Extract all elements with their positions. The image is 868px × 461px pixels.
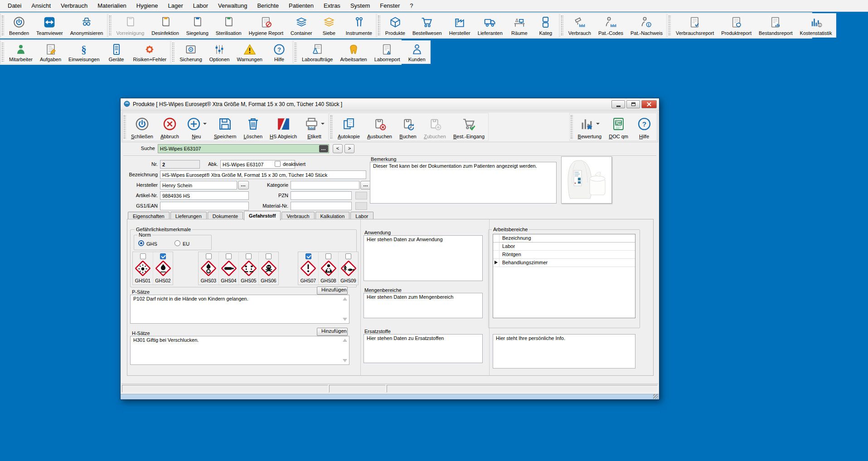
table-row-labor[interactable]: Labor [493, 243, 635, 251]
dropdown-caret-icon[interactable] [321, 123, 325, 125]
toolbar-button-produkte[interactable]: Produkte [382, 14, 409, 37]
toolbar-button-best-eingang[interactable]: Best.-Eingang [450, 113, 488, 141]
h-saetze-add-button[interactable]: Hinzufügen [317, 328, 348, 336]
toolbar-button-einweisungen[interactable]: §Einweisungen [65, 41, 103, 63]
toolbar-button-instrumente[interactable]: Instrumente [342, 14, 376, 37]
toolbar-button-siebe[interactable]: Siebe [316, 14, 342, 37]
table-row-r-ntgen[interactable]: Röntgen [493, 251, 635, 259]
toolbar-button-kateg[interactable]: Kateg [533, 14, 559, 37]
toolbar-button-pat-codes[interactable]: Pat.-Codes [595, 14, 627, 37]
kategorie-field[interactable] [291, 181, 359, 189]
bezeichnung-field[interactable] [160, 170, 366, 179]
toolbar-button-hygiene-report[interactable]: Hygiene Report [245, 14, 287, 37]
toolbar-button-warnungen[interactable]: Warnungen [233, 41, 266, 63]
maximize-button[interactable] [626, 100, 640, 108]
toolbar-button-teamviewer[interactable]: Teamviewer [33, 14, 67, 37]
tab-gefahrstoff[interactable]: Gefahrstoff [244, 211, 281, 220]
scroll-down-arrow[interactable] [343, 318, 347, 321]
toolbar-button-desinfektion[interactable]: Desinfektion [148, 14, 183, 37]
toolbar-button-beenden[interactable]: Beenden [5, 14, 33, 37]
toolbar-button-siegelung[interactable]: Siegelung [183, 14, 212, 37]
toolbar-button-produktreport[interactable]: Produktreport [718, 14, 755, 37]
toolbar-grip[interactable] [378, 15, 380, 35]
deaktiviert-checkbox[interactable] [275, 161, 281, 167]
menu-item-labor[interactable]: Labor [188, 0, 213, 11]
menu-item-hygiene[interactable]: Hygiene [131, 0, 163, 11]
toolbar-button-hilfe[interactable]: ?Hilfe [266, 41, 292, 63]
toolbar-button-arbeitsarten[interactable]: Arbeitsarten [336, 41, 370, 63]
menu-item-materialien[interactable]: Materialien [92, 0, 131, 11]
toolbar-button-risiken-fehler[interactable]: Risiken+Fehler [130, 41, 170, 63]
toolbar-button-optionen[interactable]: Optionen [206, 41, 233, 63]
panel-splitter[interactable] [360, 219, 361, 375]
toolbar-button-aufgaben[interactable]: Aufgaben [36, 41, 65, 63]
toolbar-grip[interactable] [2, 15, 4, 35]
close-button[interactable] [641, 100, 657, 108]
mengenbereiche-box[interactable]: Hier stehen Daten zum Mengenbereich [364, 293, 483, 318]
toolbar-grip[interactable] [561, 15, 563, 35]
hersteller-field[interactable] [160, 181, 237, 189]
ghs03-checkbox[interactable] [206, 253, 212, 259]
toolbar-grip[interactable] [330, 115, 333, 139]
toolbar-button-verbrauch[interactable]: Verbrauch [565, 14, 595, 37]
menu-item-[interactable]: ? [405, 0, 418, 11]
ersatzstoffe-box[interactable]: Hier stehen Daten zu Ersatzstoffen [364, 334, 483, 363]
toolbar-button-doc-qm[interactable]: QMDOC qm [605, 113, 632, 141]
menu-item-verbrauch[interactable]: Verbrauch [56, 0, 92, 11]
ghs05-checkbox[interactable] [246, 253, 252, 259]
h-saetze-box[interactable]: H301 Giftig bei Verschlucken. [130, 336, 349, 365]
toolbar-button-ger-te[interactable]: Geräte [103, 41, 130, 63]
table-row-behandlungszimmer[interactable]: Behandlungszimmer [493, 259, 635, 267]
anwendung-box[interactable]: Hier stehen Daten zur Anwendung [364, 235, 483, 281]
menu-item-fenster[interactable]: Fenster [375, 0, 405, 11]
search-input[interactable] [158, 145, 329, 153]
toolbar-grip[interactable] [124, 115, 126, 139]
dropdown-caret-icon[interactable] [203, 123, 207, 125]
next-record-button[interactable]: > [344, 144, 354, 153]
toolbar-button-bestandsreport[interactable]: Bestandsreport [755, 14, 796, 37]
hersteller-lookup-button[interactable]: … [238, 181, 249, 189]
scroll-down-arrow[interactable] [343, 359, 347, 362]
bemerkung-field[interactable]: Dieser Text kann bei der Dokumentation z… [370, 162, 557, 204]
p-saetze-add-button[interactable]: Hinzufügen [317, 286, 348, 295]
toolbar-button-speichern[interactable]: Speichern [210, 113, 240, 141]
toolbar-button-bestellwesen[interactable]: Bestellwesen [409, 14, 446, 37]
norm-radio-eu[interactable] [175, 240, 180, 246]
toolbar-button-container[interactable]: Container [287, 14, 316, 37]
ghs08-checkbox[interactable] [325, 253, 331, 259]
ghs06-checkbox[interactable] [266, 253, 272, 259]
resize-grip[interactable] [653, 394, 658, 399]
toolbar-button-hilfe[interactable]: ?Hilfe [632, 113, 656, 141]
menu-item-ansicht[interactable]: Ansicht [26, 0, 56, 11]
ghs09-checkbox[interactable] [345, 253, 351, 259]
toolbar-button-pat-nachweis[interactable]: Pat.-Nachweis [627, 14, 666, 37]
toolbar-button-etikett[interactable]: Etikett [301, 113, 328, 141]
window-titlebar[interactable]: Produkte [ HS-Wipes Eurosept® Xtra Größe… [121, 98, 659, 111]
toolbar-button-ausbuchen[interactable]: Ausbuchen [364, 113, 396, 141]
toolbar-button-buchen[interactable]: Buchen [396, 113, 420, 141]
toolbar-grip[interactable] [669, 15, 671, 35]
nr-field[interactable] [160, 160, 200, 169]
toolbar-button-laborreport[interactable]: Laborreport [371, 41, 404, 63]
toolbar-grip[interactable] [295, 43, 297, 62]
toolbar-button-kunden[interactable]: Kunden [404, 41, 430, 63]
search-lookup-button[interactable]: … [319, 145, 328, 152]
norm-radio-ghs[interactable] [138, 240, 144, 246]
toolbar-button-schlie-en[interactable]: Schließen [127, 113, 157, 141]
toolbar-button-bewertung[interactable]: Bewertung [574, 113, 606, 141]
ghs02-checkbox[interactable] [160, 253, 166, 259]
toolbar-button-hs-abgleich[interactable]: HS Abgleich [266, 113, 301, 141]
toolbar-button-hersteller[interactable]: Hersteller [446, 14, 474, 37]
toolbar-button-kostenstatistik[interactable]: Kostenstatistik [796, 14, 836, 37]
menu-item-extras[interactable]: Extras [319, 0, 345, 11]
menu-item-verwaltung[interactable]: Verwaltung [213, 0, 252, 11]
prev-record-button[interactable]: < [333, 144, 343, 153]
dropdown-caret-icon[interactable] [596, 123, 600, 125]
pzn-field[interactable] [291, 191, 352, 200]
persoenliche-info-box[interactable]: Hier steht Ihre persönliche Info. [493, 334, 635, 369]
minimize-button[interactable] [611, 100, 625, 108]
ghs04-checkbox[interactable] [226, 253, 232, 259]
ghs01-checkbox[interactable] [140, 253, 146, 259]
toolbar-button-l-schen[interactable]: Löschen [240, 113, 266, 141]
toolbar-button-sterilisation[interactable]: Sterilisation [212, 14, 245, 37]
